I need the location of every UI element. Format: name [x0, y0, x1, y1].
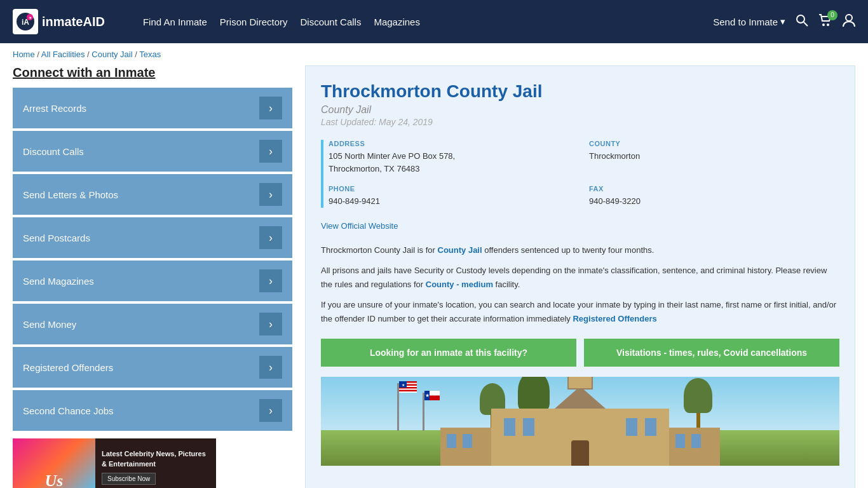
ad-image: Us [13, 438, 95, 488]
action-buttons: Looking for an inmate at this facility? … [321, 339, 839, 367]
svg-rect-13 [399, 391, 417, 393]
sidebar-arrow-postcards: › [259, 226, 282, 249]
svg-rect-18 [430, 395, 440, 400]
logo-icon: iA ★ [13, 9, 38, 34]
description-1: Throckmorton County Jail is for County J… [321, 243, 839, 257]
facility-image: ★ ★ [321, 377, 839, 466]
county-label: COUNTY [589, 140, 839, 147]
svg-line-5 [804, 22, 808, 26]
search-icon[interactable] [796, 14, 808, 30]
breadcrumb: Home / All Facilities / County Jail / Te… [0, 43, 868, 65]
sidebar-arrow-letters: › [259, 183, 282, 206]
svg-rect-12 [399, 388, 417, 390]
sidebar-arrow-jobs: › [259, 399, 282, 422]
phone-value: 940-849-9421 [329, 195, 579, 208]
nav-magazines[interactable]: Magazines [367, 17, 426, 27]
sidebar-item-second-chance-jobs[interactable]: Second Chance Jobs › [13, 390, 292, 431]
ad-subscribe-button[interactable]: Subscribe Now [102, 473, 156, 485]
view-official-website-link[interactable]: View Official Website [321, 221, 398, 231]
connect-title: Connect with an Inmate [13, 65, 292, 80]
ad-text: Latest Celebrity News, Pictures & Entert… [95, 438, 216, 488]
nav-prison-directory[interactable]: Prison Directory [214, 17, 294, 27]
sidebar-item-send-letters[interactable]: Send Letters & Photos › [13, 174, 292, 215]
sidebar-item-discount-calls[interactable]: Discount Calls › [13, 131, 292, 172]
sidebar-item-registered-offenders[interactable]: Registered Offenders › [13, 347, 292, 388]
user-icon[interactable] [843, 13, 855, 30]
us-flag: ★ [399, 381, 417, 393]
description-3: If you are unsure of your inmate's locat… [321, 298, 839, 326]
nav-find-inmate[interactable]: Find An Inmate [137, 17, 214, 27]
fax-label: FAX [589, 185, 839, 193]
sidebar: Connect with an Inmate Arrest Records › … [13, 65, 292, 488]
sidebar-arrow-offenders: › [259, 356, 282, 379]
sidebar-item-send-postcards[interactable]: Send Postcards › [13, 217, 292, 258]
svg-text:★: ★ [425, 393, 430, 398]
breadcrumb-home[interactable]: Home [13, 50, 35, 59]
svg-point-8 [846, 15, 852, 21]
texas-flag: ★ [424, 391, 440, 400]
facility-last-updated: Last Updated: May 24, 2019 [321, 117, 839, 127]
cart-badge: 0 [827, 10, 837, 20]
sidebar-arrow-arrest: › [259, 97, 282, 119]
sidebar-arrow-money: › [259, 313, 282, 336]
svg-point-7 [827, 24, 829, 26]
tree-right [684, 378, 712, 431]
fax-value: 940-849-3220 [589, 195, 839, 208]
address-label: ADDRESS [329, 140, 579, 147]
visitations-button[interactable]: Visitations - times, rules, Covid cancel… [584, 339, 839, 367]
svg-point-6 [822, 24, 825, 26]
sidebar-item-send-magazines[interactable]: Send Magazines › [13, 261, 292, 301]
facility-content: Throckmorton County Jail County Jail Las… [305, 65, 855, 488]
county-value: Throckmorton [589, 150, 839, 163]
fax-block: FAX 940-849-3220 [589, 185, 839, 208]
logo[interactable]: iA ★ inmateAID [13, 9, 105, 34]
nav-discount-calls[interactable]: Discount Calls [294, 17, 368, 27]
registered-offenders-link[interactable]: Registered Offenders [573, 314, 656, 323]
sidebar-arrow-magazines: › [259, 269, 282, 292]
send-to-inmate-button[interactable]: Send to Inmate ▾ [713, 16, 785, 27]
main-building [491, 409, 669, 466]
sidebar-item-send-money[interactable]: Send Money › [13, 304, 292, 344]
address-value: 105 North Minter Ave PO Box 578,Throckmo… [329, 150, 579, 175]
description-2: All prisons and jails have Security or C… [321, 264, 839, 292]
phone-block: PHONE 940-849-9421 [329, 185, 579, 208]
main-content: Connect with an Inmate Arrest Records › … [0, 65, 868, 488]
header: iA ★ inmateAID Find An Inmate Prison Dir… [0, 0, 868, 43]
phone-label: PHONE [329, 185, 579, 193]
header-right: Send to Inmate ▾ 0 [713, 13, 855, 30]
cart-icon[interactable]: 0 [818, 14, 832, 30]
address-block: ADDRESS 105 North Minter Ave PO Box 578,… [329, 140, 579, 175]
facility-info-grid: ADDRESS 105 North Minter Ave PO Box 578,… [321, 140, 839, 208]
logo-text: inmateAID [42, 15, 105, 29]
county-jail-link[interactable]: County Jail [438, 245, 482, 255]
breadcrumb-county-jail[interactable]: County Jail [92, 50, 132, 59]
facility-type: County Jail [321, 104, 839, 116]
sidebar-arrow-discount: › [259, 140, 282, 163]
svg-rect-17 [430, 391, 440, 396]
breadcrumb-all-facilities[interactable]: All Facilities [41, 50, 85, 59]
facility-name: Throckmorton County Jail [321, 81, 839, 102]
sidebar-item-arrest-records[interactable]: Arrest Records › [13, 88, 292, 128]
breadcrumb-state[interactable]: Texas [139, 50, 161, 59]
county-medium-link[interactable]: County - medium [426, 280, 493, 289]
svg-point-4 [797, 15, 804, 23]
main-nav: Find An Inmate Prison Directory Discount… [137, 17, 426, 27]
find-inmate-button[interactable]: Looking for an inmate at this facility? [321, 339, 576, 367]
svg-text:★: ★ [29, 16, 32, 20]
svg-text:★: ★ [402, 383, 405, 387]
county-block: COUNTY Throckmorton [589, 140, 839, 175]
advertisement: Us Latest Celebrity News, Pictures & Ent… [13, 438, 216, 488]
